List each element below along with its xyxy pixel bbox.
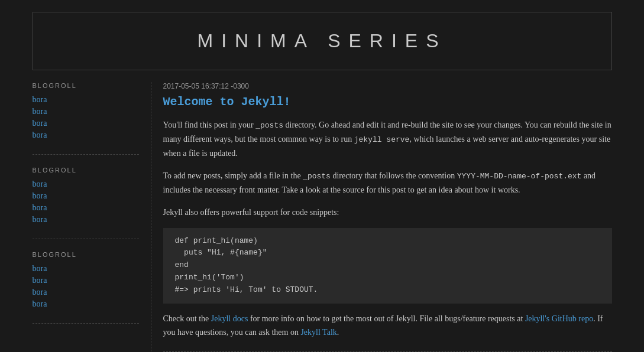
blogroll-link-1-3[interactable]: bora — [33, 119, 139, 128]
post-body: You'll find this post in your _posts dir… — [163, 118, 612, 352]
blogroll-link-1-1[interactable]: bora — [33, 95, 139, 105]
site-title: MINIMA SERIES — [45, 30, 600, 52]
blogroll-link-3-2[interactable]: bora — [33, 276, 139, 285]
code-convention: YYYY-MM-DD-name-of-post.ext — [457, 172, 582, 181]
code-posts-2: _posts — [303, 172, 331, 181]
page-wrapper: MINIMA SERIES BLOGROLL bora bora bora bo… — [27, 0, 618, 352]
post-paragraph-3: Jekyll also offers powerful support for … — [163, 206, 612, 220]
post-date: 2017-05-05 16:37:12 -0300 — [163, 82, 612, 90]
blogroll-link-1-4[interactable]: bora — [33, 131, 139, 140]
post-text-2a: To add new posts, simply add a file in t… — [163, 171, 303, 180]
outro-text-1a: Check out the — [163, 314, 211, 323]
blogroll-heading-2: BLOGROLL — [33, 167, 139, 174]
blogroll-link-3-4[interactable]: bora — [33, 299, 139, 309]
blogroll-section-2: BLOGROLL bora bora bora bora — [33, 167, 139, 239]
jekyll-github-link[interactable]: Jekyll's GitHub repo — [525, 314, 593, 323]
blogroll-link-3-1[interactable]: bora — [33, 264, 139, 273]
post-paragraph-1: You'll find this post in your _posts dir… — [163, 118, 612, 161]
outro-text-1d: . — [337, 328, 339, 337]
snippet-intro-text: Jekyll also offers powerful support for … — [163, 208, 339, 217]
code-block: def print_hi(name) puts "Hi, #{name}" en… — [163, 228, 612, 304]
post-title: Welcome to Jekyll! — [163, 95, 612, 109]
main-content: 2017-05-05 16:37:12 -0300 Welcome to Jek… — [151, 82, 612, 352]
blogroll-heading-1: BLOGROLL — [33, 82, 139, 89]
blogroll-link-2-1[interactable]: bora — [33, 180, 139, 189]
blogroll-heading-3: BLOGROLL — [33, 251, 139, 258]
jekyll-talk-link[interactable]: Jekyll Talk — [300, 328, 336, 337]
site-header: MINIMA SERIES — [33, 12, 612, 70]
sidebar: BLOGROLL bora bora bora bora BLOGROLL bo… — [33, 82, 151, 352]
blogroll-link-2-2[interactable]: bora — [33, 191, 139, 201]
blogroll-section-3: BLOGROLL bora bora bora bora — [33, 251, 139, 324]
post-paragraph-2: To add new posts, simply add a file in t… — [163, 169, 612, 197]
post-text-1a: You'll find this post in your — [163, 120, 256, 129]
blogroll-link-1-2[interactable]: bora — [33, 107, 139, 116]
blogroll-section-1: BLOGROLL bora bora bora bora — [33, 82, 139, 155]
code-posts-1: _posts — [255, 121, 283, 130]
blogroll-link-2-3[interactable]: bora — [33, 203, 139, 213]
post-text-2b: directory that follows the convention — [331, 171, 457, 180]
jekyll-docs-link[interactable]: Jekyll docs — [211, 314, 248, 323]
outro-text-1b: for more info on how to get the most out… — [248, 314, 525, 323]
code-jekyll-serve: jekyll serve — [354, 135, 410, 144]
post-paragraph-4: Check out the Jekyll docs for more info … — [163, 312, 612, 340]
blogroll-link-2-4[interactable]: bora — [33, 215, 139, 224]
blogroll-link-3-3[interactable]: bora — [33, 288, 139, 297]
content-area: BLOGROLL bora bora bora bora BLOGROLL bo… — [33, 82, 612, 352]
